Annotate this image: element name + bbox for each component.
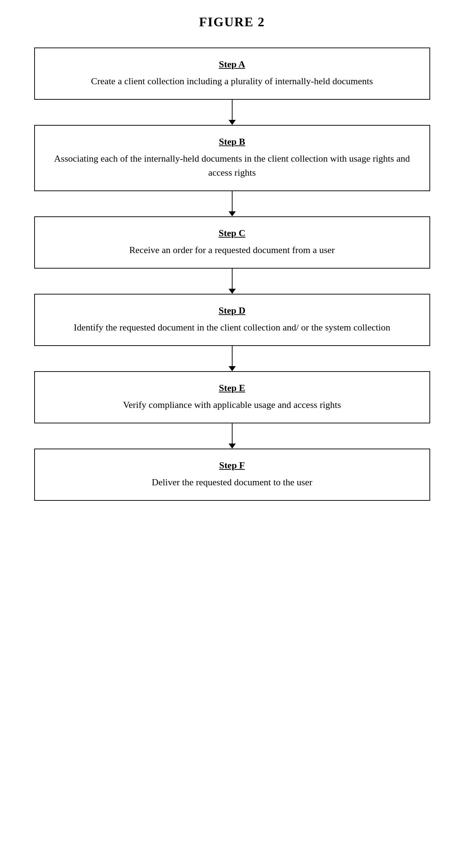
step-b-text: Associating each of the internally-held … (54, 153, 410, 178)
step-f-text: Deliver the requested document to the us… (152, 477, 312, 487)
step-b-label: Step B (49, 136, 415, 147)
arrow-5 (229, 423, 236, 449)
step-d-box: Step D Identify the requested document i… (34, 294, 430, 346)
step-e-box: Step E Verify compliance with applicable… (34, 371, 430, 423)
step-c-box: Step C Receive an order for a requested … (34, 216, 430, 269)
step-e-label: Step E (49, 383, 415, 393)
step-f-label: Step F (49, 460, 415, 471)
flowchart: Step A Create a client collection includ… (34, 48, 430, 501)
step-d-label: Step D (49, 305, 415, 316)
step-c-label: Step C (49, 228, 415, 239)
arrow-4 (229, 346, 236, 371)
step-a-label: Step A (49, 59, 415, 70)
arrow-1 (229, 100, 236, 125)
step-a-text: Create a client collection including a p… (91, 76, 373, 86)
arrow-2 (229, 191, 236, 216)
step-d-text: Identify the requested document in the c… (74, 322, 390, 333)
step-e-text: Verify compliance with applicable usage … (123, 400, 341, 410)
step-a-box: Step A Create a client collection includ… (34, 48, 430, 100)
step-c-text: Receive an order for a requested documen… (129, 245, 335, 255)
figure-title: FIGURE 2 (199, 14, 265, 30)
step-b-box: Step B Associating each of the internall… (34, 125, 430, 191)
arrow-3 (229, 269, 236, 294)
step-f-box: Step F Deliver the requested document to… (34, 449, 430, 501)
